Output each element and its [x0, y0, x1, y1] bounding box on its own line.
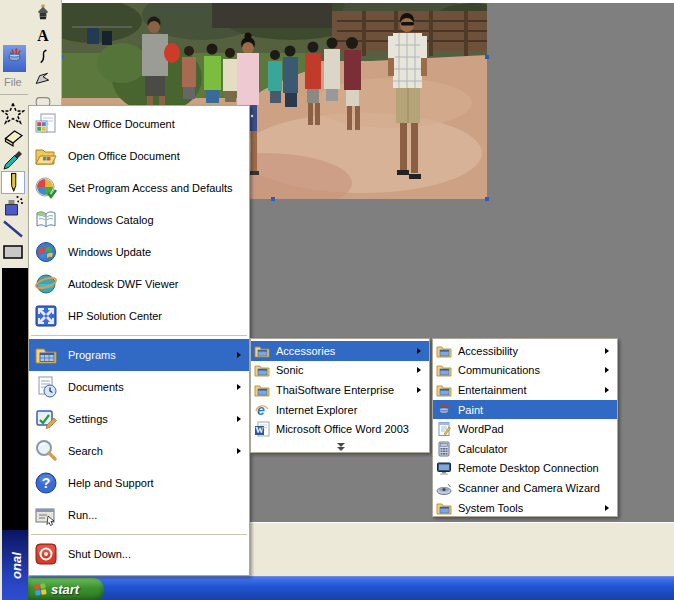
paint-tool-rectangle-tool[interactable]	[1, 240, 25, 263]
quick-launch-user[interactable]	[550, 579, 567, 596]
quick-launch-folders[interactable]	[572, 579, 589, 596]
quick-launch-excel[interactable]	[286, 579, 303, 596]
programs-item-internet-explorer[interactable]: e Internet Explorer	[251, 400, 429, 420]
quick-launch-internet-explorer[interactable]	[616, 579, 633, 596]
quick-launch-outlook[interactable]	[308, 579, 325, 596]
polygon-tool-icon	[34, 70, 52, 88]
accessories-item-system-tools[interactable]: System Tools	[433, 498, 617, 518]
paint-tool-eraser-tool[interactable]	[1, 125, 25, 148]
start-menu-item-hp-solution-center[interactable]: HP Solution Center	[29, 300, 249, 332]
brush-tool-icon	[34, 4, 52, 22]
quick-launch-internet-explorer[interactable]	[220, 579, 237, 596]
menu-item-label: Programs	[68, 349, 116, 361]
start-menu-item-run[interactable]: Run...	[29, 499, 249, 531]
start-menu-item-set-program-access-and-defaults[interactable]: Set Program Access and Defaults	[29, 172, 249, 204]
calculator-icon	[436, 441, 452, 457]
rectangle-tool-icon	[1, 240, 25, 264]
expand-menu-chevron[interactable]	[251, 439, 429, 455]
accessories-item-communications[interactable]: Communications	[433, 361, 617, 381]
quick-launch-internet-explorer[interactable]	[374, 579, 391, 596]
accessories-item-paint[interactable]: Paint	[433, 400, 617, 420]
programs-item-accessories[interactable]: Accessories	[251, 341, 429, 361]
menu-item-label: Microsoft Office Word 2003	[276, 423, 409, 435]
start-menu-item-new-office-document[interactable]: New Office Document	[29, 108, 249, 140]
menu-separator	[31, 534, 247, 535]
submenu-arrow-icon	[417, 367, 421, 373]
selection-handle-bottom-right[interactable]	[485, 197, 489, 201]
start-menu-item-search[interactable]: Search	[29, 435, 249, 467]
start-menu-item-windows-update[interactable]: Windows Update	[29, 236, 249, 268]
quick-launch-media-player[interactable]	[528, 579, 545, 596]
accessories-item-accessibility[interactable]: Accessibility	[433, 341, 617, 361]
windows-catalog-icon	[34, 208, 58, 232]
paint-tool-color-picker-tool[interactable]	[1, 148, 25, 171]
quick-launch-globe[interactable]	[198, 579, 215, 596]
accessories-item-wordpad[interactable]: WordPad	[433, 419, 617, 439]
paint-tool-pencil-tool[interactable]	[1, 171, 25, 194]
accessories-item-scanner-and-camera-wizard[interactable]: Scanner and Camera Wizard	[433, 478, 617, 498]
submenu-arrow-icon	[237, 384, 241, 390]
text-tool-icon: A	[34, 26, 52, 44]
quick-launch-access[interactable]	[264, 579, 281, 596]
submenu-arrow-icon	[237, 416, 241, 422]
menu-item-label: Settings	[68, 413, 108, 425]
paint-tool-line-tool[interactable]	[1, 217, 25, 240]
paint-tool-polygon-tool[interactable]	[31, 68, 55, 90]
shut-down-icon	[34, 542, 58, 566]
accessories-item-remote-desktop-connection[interactable]: Remote Desktop Connection	[433, 459, 617, 479]
quick-launch-word[interactable]	[330, 579, 347, 596]
quick-launch-window[interactable]	[506, 579, 523, 596]
programs-item-thaisoftware-enterprise[interactable]: ThaiSoftware Enterprise	[251, 380, 429, 400]
word-icon: W	[254, 421, 270, 437]
start-menu-item-settings[interactable]: Settings	[29, 403, 249, 435]
black-canvas-area	[2, 268, 28, 530]
paint-tool-curve-tool[interactable]	[31, 46, 55, 68]
menu-item-label: Paint	[458, 404, 483, 416]
windows-update-icon	[34, 240, 58, 264]
paint-tool-text-tool[interactable]: A	[31, 24, 55, 46]
start-menu-item-autodesk-dwf-viewer[interactable]: Autodesk DWF Viewer	[29, 268, 249, 300]
quick-launch-assistant[interactable]	[462, 579, 479, 596]
desktop: A File onal start	[0, 0, 674, 600]
start-menu-item-documents[interactable]: Documents	[29, 371, 249, 403]
quick-launch-refresh[interactable]	[440, 579, 457, 596]
selection-handle-bottom[interactable]	[271, 197, 275, 201]
menubar-divider	[0, 94, 28, 95]
programs-folder-icon	[34, 343, 58, 367]
paint-tool-free-form-select-tool[interactable]	[1, 102, 25, 125]
start-menu-item-open-office-document[interactable]: Open Office Document	[29, 140, 249, 172]
programs-item-microsoft-office-word-2003[interactable]: W Microsoft Office Word 2003	[251, 419, 429, 439]
file-menu[interactable]: File	[4, 76, 22, 88]
start-label: start	[51, 582, 79, 597]
help-and-support-icon: ?	[34, 471, 58, 495]
quick-launch-help-round[interactable]	[176, 579, 193, 596]
start-menu-item-windows-catalog[interactable]: Windows Catalog	[29, 204, 249, 236]
svg-text:?: ?	[42, 475, 51, 491]
paint-tool-brush-tool[interactable]	[31, 2, 55, 24]
menu-item-label: Shut Down...	[68, 548, 131, 560]
accessories-item-calculator[interactable]: Calculator	[433, 439, 617, 459]
accessories-item-entertainment[interactable]: Entertainment	[433, 380, 617, 400]
quick-launch-folder[interactable]	[242, 579, 259, 596]
quick-launch-calculator[interactable]	[154, 579, 171, 596]
start-menu-item-programs[interactable]: Programs	[29, 339, 249, 371]
selection-handle-right[interactable]	[485, 55, 489, 59]
color-picker-tool-icon	[1, 148, 25, 172]
quick-launch-msn[interactable]	[352, 579, 369, 596]
quick-launch-internet-explorer[interactable]	[396, 579, 413, 596]
menu-item-label: Accessories	[276, 345, 335, 357]
quick-launch-clock[interactable]	[594, 579, 611, 596]
quick-launch-internet-explorer[interactable]	[484, 579, 501, 596]
start-button[interactable]: start	[28, 578, 104, 600]
start-menu-item-help-and-support[interactable]: ? Help and Support	[29, 467, 249, 499]
programs-item-sonic[interactable]: Sonic	[251, 361, 429, 381]
internet-explorer-icon: e	[254, 402, 270, 418]
quick-launch-internet-explorer[interactable]	[418, 579, 435, 596]
paint-tool-airbrush-tool[interactable]	[1, 194, 25, 217]
quick-launch-internet-explorer[interactable]	[110, 579, 127, 596]
start-menu-item-shut-down[interactable]: Shut Down...	[29, 538, 249, 570]
folder-icon	[436, 343, 452, 359]
menu-item-label: New Office Document	[68, 118, 175, 130]
remote-desktop-icon	[436, 460, 452, 476]
quick-launch-window[interactable]	[132, 579, 149, 596]
